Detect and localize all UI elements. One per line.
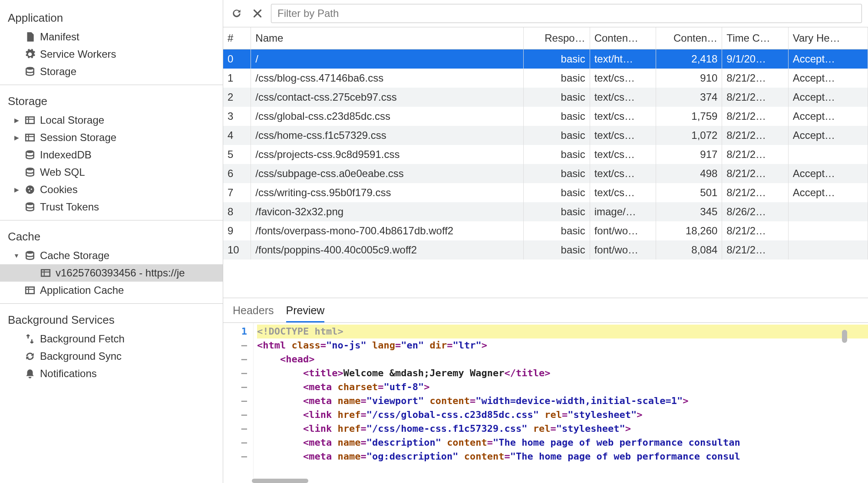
sidebar-item-cache-entry[interactable]: v1625760393456 - https://je <box>0 264 223 282</box>
table-row[interactable]: 5/css/projects-css.9c8d9591.cssbasictext… <box>223 145 868 164</box>
cell-resp: basic <box>524 145 590 164</box>
cell-resp: basic <box>524 49 590 69</box>
chevron-right-icon[interactable]: ▶ <box>13 186 20 193</box>
sidebar-item-label: Application Cache <box>40 284 124 296</box>
cell-ctype: image/… <box>590 202 656 221</box>
sidebar-item-storage-overview[interactable]: Storage <box>0 63 223 80</box>
filter-path-input[interactable] <box>271 4 862 23</box>
cell-name: /fonts/overpass-mono-700.4b8617db.woff2 <box>251 221 524 240</box>
cell-clen: 18,260 <box>656 221 722 240</box>
detail-pane: Headers Preview 1––––––––– <!DOCTYPE htm… <box>223 298 868 483</box>
cell-clen: 1,072 <box>656 126 722 145</box>
table-row[interactable]: 10/fonts/poppins-400.40c005c9.woff2basic… <box>223 240 868 260</box>
table-row[interactable]: 7/css/writing-css.95b0f179.cssbasictext/… <box>223 183 868 202</box>
cell-clen: 498 <box>656 164 722 183</box>
cell-idx: 3 <box>223 107 251 126</box>
chevron-right-icon[interactable]: ▶ <box>13 134 20 141</box>
cell-clen: 1,759 <box>656 107 722 126</box>
sidebar-item-label: Cache Storage <box>40 250 109 262</box>
cell-time: 8/21/2… <box>722 88 788 107</box>
cell-clen: 501 <box>656 183 722 202</box>
refresh-button[interactable] <box>229 6 244 21</box>
database-icon <box>24 201 36 213</box>
sidebar-item-bg-sync[interactable]: Background Sync <box>0 348 223 365</box>
cell-name: /css/global-css.c23d85dc.css <box>251 107 524 126</box>
cell-clen: 917 <box>656 145 722 164</box>
cell-time: 9/1/20… <box>722 49 788 69</box>
cell-name: /fonts/poppins-400.40c005c9.woff2 <box>251 240 524 260</box>
table-row[interactable]: 3/css/global-css.c23d85dc.cssbasictext/c… <box>223 107 868 126</box>
cell-clen: 374 <box>656 88 722 107</box>
sidebar-item-trust-tokens[interactable]: Trust Tokens <box>0 198 223 216</box>
sidebar-item-service-workers[interactable]: Service Workers <box>0 46 223 63</box>
sidebar-item-session-storage[interactable]: ▶ Session Storage <box>0 129 223 146</box>
table-row[interactable]: 1/css/blog-css.47146ba6.cssbasictext/cs…… <box>223 69 868 88</box>
sidebar-item-cookies[interactable]: ▶ Cookies <box>0 181 223 198</box>
sidebar-item-label: Background Fetch <box>40 333 125 345</box>
col-time-cached[interactable]: Time C… <box>722 27 788 49</box>
cell-clen: 910 <box>656 69 722 88</box>
clear-button[interactable] <box>250 6 265 21</box>
table-row[interactable]: 6/css/subpage-css.a0e0eabe.cssbasictext/… <box>223 164 868 183</box>
cell-idx: 6 <box>223 164 251 183</box>
cell-time: 8/21/2… <box>722 145 788 164</box>
sidebar-item-label: v1625760393456 - https://je <box>56 267 185 279</box>
sidebar-item-label: IndexedDB <box>40 149 92 161</box>
fetch-icon <box>24 333 36 345</box>
sidebar-item-label: Cookies <box>40 184 78 196</box>
cell-resp: basic <box>524 107 590 126</box>
cell-resp: basic <box>524 164 590 183</box>
cell-vary: Accept… <box>788 107 868 126</box>
table-row[interactable]: 0/basictext/ht…2,4189/1/20…Accept… <box>223 49 868 69</box>
tab-preview[interactable]: Preview <box>286 304 325 322</box>
horizontal-scrollbar[interactable] <box>223 479 868 483</box>
section-application-title: Application <box>0 6 223 28</box>
sidebar-item-websql[interactable]: Web SQL <box>0 164 223 181</box>
cell-idx: 1 <box>223 69 251 88</box>
code-preview[interactable]: 1––––––––– <!DOCTYPE html><html class="n… <box>223 322 868 478</box>
cell-ctype: text/cs… <box>590 164 656 183</box>
sidebar-item-manifest[interactable]: Manifest <box>0 28 223 46</box>
cell-clen: 345 <box>656 202 722 221</box>
sidebar-item-label: Storage <box>40 66 76 78</box>
cell-vary: Accept… <box>788 183 868 202</box>
cell-ctype: font/wo… <box>590 240 656 260</box>
table-row[interactable]: 2/css/contact-css.275ceb97.cssbasictext/… <box>223 88 868 107</box>
table-row[interactable]: 9/fonts/overpass-mono-700.4b8617db.woff2… <box>223 221 868 240</box>
col-index[interactable]: # <box>223 27 251 49</box>
col-vary-header[interactable]: Vary He… <box>788 27 868 49</box>
sidebar-item-notifications[interactable]: Notifications <box>0 365 223 382</box>
table-row[interactable]: 4/css/home-css.f1c57329.cssbasictext/cs…… <box>223 126 868 145</box>
cell-vary <box>788 221 868 240</box>
cell-name: /favicon-32x32.png <box>251 202 524 221</box>
sidebar-item-indexeddb[interactable]: IndexedDB <box>0 146 223 164</box>
tab-headers[interactable]: Headers <box>233 304 274 322</box>
sidebar-item-application-cache[interactable]: Application Cache <box>0 282 223 299</box>
code-content[interactable]: <!DOCTYPE html><html class="no-js" lang=… <box>254 323 868 478</box>
sidebar-item-local-storage[interactable]: ▶ Local Storage <box>0 112 223 129</box>
cell-time: 8/26/2… <box>722 202 788 221</box>
code-gutter[interactable]: 1––––––––– <box>223 323 254 478</box>
col-content-length[interactable]: Conten… <box>656 27 722 49</box>
sidebar-item-label: Notifications <box>40 368 97 380</box>
cache-toolbar <box>223 0 868 27</box>
col-response-type[interactable]: Respo… <box>524 27 590 49</box>
col-name[interactable]: Name <box>251 27 524 49</box>
vertical-scrollbar-thumb[interactable] <box>842 330 847 343</box>
cell-vary: Accept… <box>788 49 868 69</box>
col-content-type[interactable]: Conten… <box>590 27 656 49</box>
table-row[interactable]: 8/favicon-32x32.pngbasicimage/…3458/26/2… <box>223 202 868 221</box>
sidebar-item-cache-storage[interactable]: ▼ Cache Storage <box>0 247 223 264</box>
chevron-down-icon[interactable]: ▼ <box>13 252 20 259</box>
cell-name: /css/projects-css.9c8d9591.css <box>251 145 524 164</box>
cell-vary: Accept… <box>788 69 868 88</box>
cell-resp: basic <box>524 221 590 240</box>
section-background-title: Background Services <box>0 308 223 330</box>
cell-time: 8/21/2… <box>722 107 788 126</box>
table-icon <box>24 285 36 296</box>
cell-ctype: text/cs… <box>590 126 656 145</box>
sidebar-item-bg-fetch[interactable]: Background Fetch <box>0 330 223 348</box>
scrollbar-thumb[interactable] <box>252 479 308 483</box>
chevron-right-icon[interactable]: ▶ <box>13 117 20 124</box>
cell-ctype: text/cs… <box>590 69 656 88</box>
